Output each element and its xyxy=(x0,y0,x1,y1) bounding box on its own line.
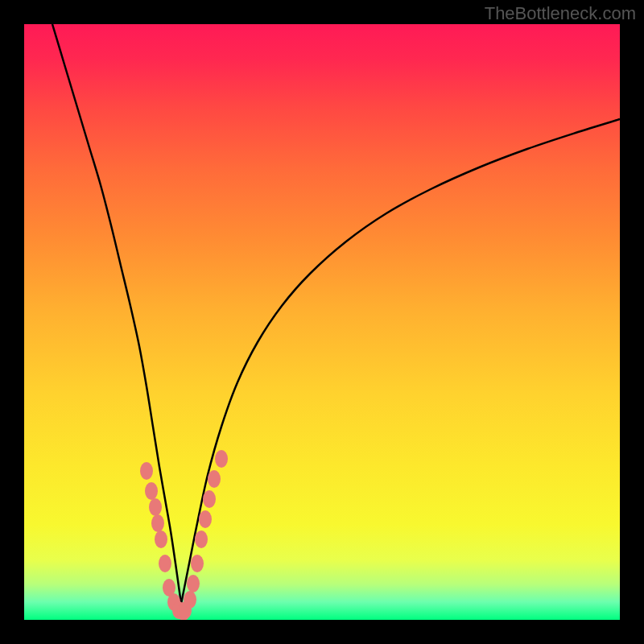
data-marker xyxy=(215,450,228,468)
data-marker xyxy=(187,575,200,592)
data-marker xyxy=(149,498,162,516)
markers-right xyxy=(179,450,228,619)
data-marker xyxy=(184,591,196,609)
curves-layer xyxy=(24,24,620,620)
data-marker xyxy=(151,514,164,532)
data-marker xyxy=(199,510,212,528)
data-marker xyxy=(203,490,216,508)
watermark: TheBottleneck.com xyxy=(485,3,636,24)
data-marker xyxy=(140,462,153,480)
data-marker xyxy=(195,530,208,548)
data-marker xyxy=(191,555,204,572)
data-marker xyxy=(159,555,171,572)
data-marker xyxy=(155,530,167,548)
data-marker xyxy=(208,470,221,488)
data-marker xyxy=(145,482,158,500)
plot-area xyxy=(24,24,620,620)
right-curve xyxy=(181,119,620,604)
